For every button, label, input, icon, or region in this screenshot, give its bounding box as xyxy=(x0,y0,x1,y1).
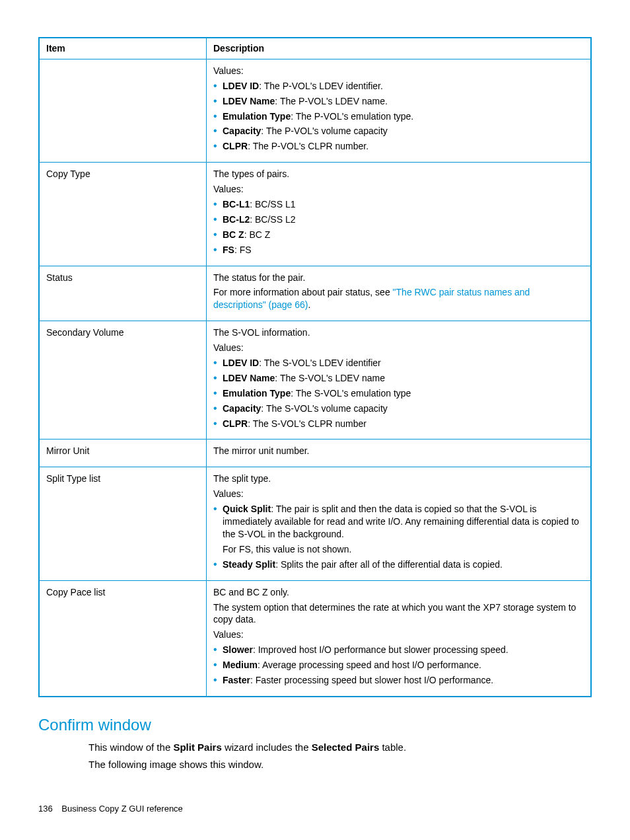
cell-desc: BC and BC Z only. The system option that… xyxy=(207,580,592,697)
desc-text: The mirror unit number. xyxy=(213,445,584,457)
bullet-list: Slower: Improved host I/O performance bu… xyxy=(213,644,584,687)
bullet-list: Quick Split: The pair is split and then … xyxy=(213,503,584,570)
cell-item: Copy Pace list xyxy=(39,580,207,697)
desc-text: The status for the pair. xyxy=(213,272,584,284)
table-row: Copy Pace list BC and BC Z only. The sys… xyxy=(39,580,591,697)
desc-text: Values: xyxy=(213,65,584,77)
desc-text: The split type. xyxy=(213,473,584,485)
list-item: FS: FS xyxy=(223,244,584,256)
table-row: Secondary Volume The S-VOL information. … xyxy=(39,321,591,439)
cell-item: Mirror Unit xyxy=(39,439,207,467)
cell-item: Secondary Volume xyxy=(39,321,207,439)
cell-item xyxy=(39,59,207,162)
section-heading: Confirm window xyxy=(38,716,592,734)
list-item: CLPR: The S-VOL's CLPR number xyxy=(223,418,584,430)
list-item: Steady Split: Splits the pair after all … xyxy=(223,558,584,571)
desc-text: The system option that determines the ra… xyxy=(213,601,584,627)
list-item: BC-L2: BC/SS L2 xyxy=(223,213,584,226)
list-item: CLPR: The P-VOL's CLPR number. xyxy=(223,140,584,153)
desc-text: For FS, this value is not shown. xyxy=(223,543,584,556)
desc-text: BC and BC Z only. xyxy=(213,586,584,599)
body-paragraph: The following image shows this window. xyxy=(88,758,592,771)
desc-text: Values: xyxy=(213,342,584,354)
cell-desc: The types of pairs. Values: BC-L1: BC/SS… xyxy=(207,163,592,266)
list-item: Capacity: The P-VOL's volume capacity xyxy=(223,125,584,137)
desc-text: Values: xyxy=(213,488,584,500)
table-row: Values: LDEV ID: The P-VOL's LDEV identi… xyxy=(39,59,591,162)
list-item: LDEV ID: The P-VOL's LDEV identifier. xyxy=(223,80,584,93)
desc-text: The S-VOL information. xyxy=(213,326,584,339)
list-item: Slower: Improved host I/O performance bu… xyxy=(223,644,584,656)
desc-text: For more information about pair status, … xyxy=(213,286,584,311)
cell-desc: The split type. Values: Quick Split: The… xyxy=(207,467,592,580)
table-row: Status The status for the pair. For more… xyxy=(39,266,591,321)
list-item: Medium: Average processing speed and hos… xyxy=(223,659,584,671)
cell-desc: Values: LDEV ID: The P-VOL's LDEV identi… xyxy=(207,59,592,162)
desc-text: The types of pairs. xyxy=(213,168,584,180)
cell-desc: The S-VOL information. Values: LDEV ID: … xyxy=(207,321,592,439)
list-item: BC-L1: BC/SS L1 xyxy=(223,198,584,211)
list-item: Emulation Type: The P-VOL's emulation ty… xyxy=(223,110,584,123)
bullet-list: BC-L1: BC/SS L1 BC-L2: BC/SS L2 BC Z: BC… xyxy=(213,198,584,256)
table-row: Copy Type The types of pairs. Values: BC… xyxy=(39,163,591,266)
table-row: Mirror Unit The mirror unit number. xyxy=(39,439,591,467)
cell-desc: The mirror unit number. xyxy=(207,439,592,467)
list-item: BC Z: BC Z xyxy=(223,229,584,241)
list-item: LDEV Name: The S-VOL's LDEV name xyxy=(223,372,584,385)
desc-text: Values: xyxy=(213,629,584,641)
bullet-list: LDEV ID: The S-VOL's LDEV identifier LDE… xyxy=(213,357,584,430)
th-item: Item xyxy=(39,38,207,59)
cell-item: Status xyxy=(39,266,207,321)
cell-desc: The status for the pair. For more inform… xyxy=(207,266,592,321)
list-item: Quick Split: The pair is split and then … xyxy=(223,503,584,556)
cell-item: Split Type list xyxy=(39,467,207,580)
list-item: LDEV ID: The S-VOL's LDEV identifier xyxy=(223,357,584,369)
list-item: Emulation Type: The S-VOL's emulation ty… xyxy=(223,387,584,400)
th-desc: Description xyxy=(207,38,592,59)
table-row: Split Type list The split type. Values: … xyxy=(39,467,591,580)
list-item: Faster: Faster processing speed but slow… xyxy=(223,674,584,687)
bullet-list: LDEV ID: The P-VOL's LDEV identifier. LD… xyxy=(213,80,584,153)
desc-text: Values: xyxy=(213,183,584,196)
parameters-table: Item Description Values: LDEV ID: The P-… xyxy=(38,37,592,697)
cell-item: Copy Type xyxy=(39,163,207,266)
list-item: Capacity: The S-VOL's volume capacity xyxy=(223,402,584,415)
list-item: LDEV Name: The P-VOL's LDEV name. xyxy=(223,95,584,108)
body-paragraph: This window of the Split Pairs wizard in… xyxy=(88,741,592,754)
